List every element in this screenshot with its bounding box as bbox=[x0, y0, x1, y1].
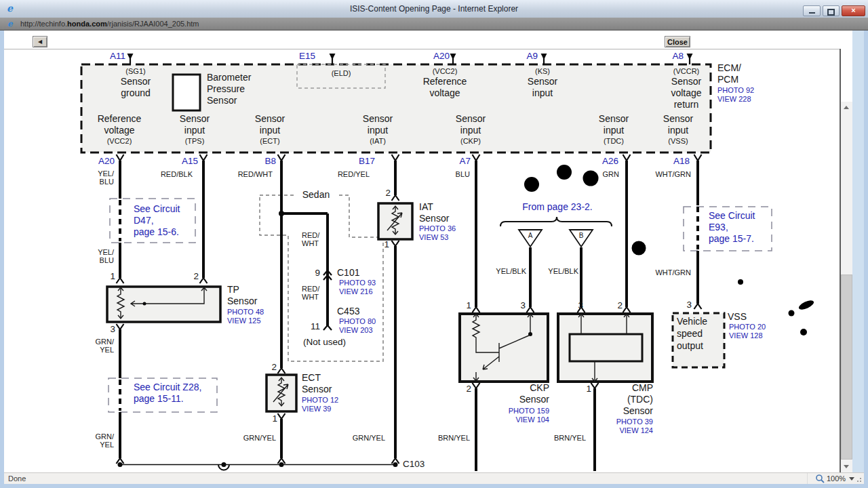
connector-label-b8: B8 bbox=[243, 156, 276, 167]
pin-number: 3 bbox=[665, 300, 692, 310]
c453-photo-link[interactable]: PHOTO 80 bbox=[339, 317, 376, 326]
triangle-b-label: B bbox=[574, 230, 588, 241]
status-bar: Done 100% bbox=[4, 472, 864, 484]
ect-view-link[interactable]: VIEW 39 bbox=[302, 405, 331, 413]
ecm-cell-tdc-l2: input bbox=[587, 125, 641, 136]
ecm-sg1-sub: (SG1) bbox=[108, 67, 163, 76]
c101-photo-link[interactable]: PHOTO 93 bbox=[339, 279, 376, 287]
ground-wire bbox=[120, 465, 395, 470]
from-page-note[interactable]: From page 23-2. bbox=[505, 201, 610, 212]
see-circuit-e93[interactable]: page 15-7. bbox=[709, 233, 754, 244]
ckp-photo-link[interactable]: PHOTO 159 bbox=[475, 407, 549, 415]
ecm-cell-vcc2-l2: voltage bbox=[92, 125, 146, 136]
wire-color-label: YEL bbox=[87, 441, 114, 449]
wire-color-label: RED/BLK bbox=[138, 170, 193, 179]
c453-view-link[interactable]: VIEW 203 bbox=[339, 326, 373, 335]
pin-number: 3 bbox=[498, 300, 526, 311]
zoom-level[interactable]: 100% bbox=[827, 474, 846, 483]
see-circuit-e93[interactable]: See Circuit bbox=[709, 210, 755, 221]
wire-color-label: WHT bbox=[302, 239, 319, 248]
ecm-ks-l2: input bbox=[515, 87, 570, 98]
scrollbar-thumb[interactable] bbox=[841, 274, 852, 460]
ecm-sg1-l1: Sensor bbox=[108, 76, 163, 87]
c453-label: C453 bbox=[337, 306, 359, 317]
window-frame-right-edge bbox=[864, 30, 868, 484]
barometer-label-2: Pressure bbox=[207, 83, 245, 94]
ecm-view-link[interactable]: VIEW 228 bbox=[717, 95, 751, 104]
ckp-sensor-name: CKP bbox=[475, 382, 549, 393]
not-used-label: (Not used) bbox=[303, 337, 346, 348]
connector-label-a15: A15 bbox=[165, 156, 198, 167]
pin-number: 2 bbox=[595, 300, 623, 311]
vss-view-link[interactable]: VIEW 128 bbox=[729, 331, 763, 340]
address-bar[interactable]: e http://techinfo.honda.com/rjanisis/RJA… bbox=[0, 18, 868, 30]
pin-number: 9 bbox=[293, 268, 320, 279]
wire-color-label: BLU bbox=[416, 170, 470, 179]
tp-view-link[interactable]: VIEW 125 bbox=[227, 317, 261, 325]
pin-number: 11 bbox=[293, 321, 320, 332]
resize-grip[interactable] bbox=[854, 475, 861, 482]
wire-color-label: GRN/YEL bbox=[222, 434, 276, 443]
vss-photo-link[interactable]: PHOTO 20 bbox=[729, 323, 766, 331]
terminal-arrowheads bbox=[127, 54, 693, 60]
ecm-vcc2-l2: voltage bbox=[412, 87, 477, 98]
connector-label-a20: A20 bbox=[82, 156, 115, 167]
wire-color-label: WHT/GRN bbox=[637, 268, 691, 277]
title-bar[interactable]: e ISIS-Content Opening Page - Internet E… bbox=[0, 0, 868, 18]
ecm-cell-vss-l2: input bbox=[651, 125, 705, 136]
ckp-view-link[interactable]: VIEW 104 bbox=[475, 415, 549, 424]
maximize-icon bbox=[827, 9, 835, 16]
see-circuit-z28[interactable]: page 15-11. bbox=[134, 393, 184, 404]
pin-number: 1 bbox=[444, 300, 471, 311]
back-button[interactable]: ◀ bbox=[33, 36, 47, 47]
see-circuit-d47[interactable]: See Circuit bbox=[134, 203, 180, 214]
window-close-button[interactable]: × bbox=[842, 5, 865, 16]
see-circuit-e93[interactable]: E93, bbox=[709, 222, 728, 232]
ecm-cell-ect-sub: (ECT) bbox=[243, 137, 297, 146]
pin-number: 1 bbox=[88, 271, 115, 282]
minimize-button[interactable] bbox=[803, 5, 821, 16]
see-circuit-d47[interactable]: D47, bbox=[134, 215, 154, 226]
see-circuit-d47[interactable]: page 15-6. bbox=[134, 226, 179, 237]
iat-view-link[interactable]: VIEW 53 bbox=[419, 233, 448, 242]
close-page-button[interactable]: Close bbox=[665, 36, 690, 47]
ecm-cell-iat-l1: Sensor bbox=[351, 113, 405, 124]
wire-color-label: YEL bbox=[87, 346, 114, 354]
cmp-view-link[interactable]: VIEW 124 bbox=[578, 426, 653, 435]
wire-color-label: YEL/BLK bbox=[524, 267, 578, 276]
ecm-vccr-l1: Sensor bbox=[659, 76, 713, 87]
ecm-vccr-sub: (VCCR) bbox=[659, 67, 713, 76]
barometer-label-3: Sensor bbox=[207, 95, 237, 106]
ect-photo-link[interactable]: PHOTO 12 bbox=[302, 396, 338, 405]
scroll-up-button[interactable] bbox=[841, 102, 852, 113]
maximize-button[interactable] bbox=[823, 5, 840, 16]
tp-photo-link[interactable]: PHOTO 48 bbox=[227, 308, 264, 317]
scroll-down-button[interactable] bbox=[841, 461, 852, 472]
connector-label-a8: A8 bbox=[656, 51, 684, 62]
wire-color-label: WHT/GRN bbox=[637, 170, 691, 179]
c101-view-link[interactable]: VIEW 216 bbox=[339, 287, 373, 296]
see-circuit-z28[interactable]: See Circuit Z28, bbox=[134, 382, 201, 392]
zoom-dropdown-icon[interactable] bbox=[849, 477, 854, 481]
ecm-cell-iat-l2: input bbox=[351, 125, 405, 136]
tp-sensor-type: Sensor bbox=[227, 296, 257, 306]
cmp-photo-link[interactable]: PHOTO 39 bbox=[578, 418, 653, 426]
wire-color-label: RED/YEL bbox=[315, 170, 370, 179]
scroll-up-icon bbox=[844, 106, 849, 109]
wire-color-label: RED/WHT bbox=[218, 170, 273, 179]
iat-photo-link[interactable]: PHOTO 36 bbox=[419, 224, 456, 233]
wire-color-label: BRN/YEL bbox=[532, 434, 586, 443]
connector-label-a20-top: A20 bbox=[422, 51, 450, 62]
pin-number: 2 bbox=[172, 271, 199, 282]
pin-number: 3 bbox=[556, 300, 583, 311]
wire-color-label: BLU bbox=[87, 178, 114, 186]
vertical-scrollbar[interactable] bbox=[841, 102, 852, 472]
vss-body-l3: output bbox=[677, 340, 703, 351]
url-text[interactable]: http://techinfo.honda.com/rjanisis/RJAAI… bbox=[20, 20, 199, 28]
ecm-photo-link[interactable]: PHOTO 92 bbox=[717, 86, 754, 95]
ecm-cell-tps-l1: Sensor bbox=[167, 113, 222, 124]
ecm-sg1-l2: ground bbox=[108, 87, 163, 98]
ecm-cell-tps-l2: input bbox=[167, 125, 222, 136]
triangle-a-label: A bbox=[524, 230, 537, 241]
ecm-name-2: PCM bbox=[717, 74, 738, 85]
